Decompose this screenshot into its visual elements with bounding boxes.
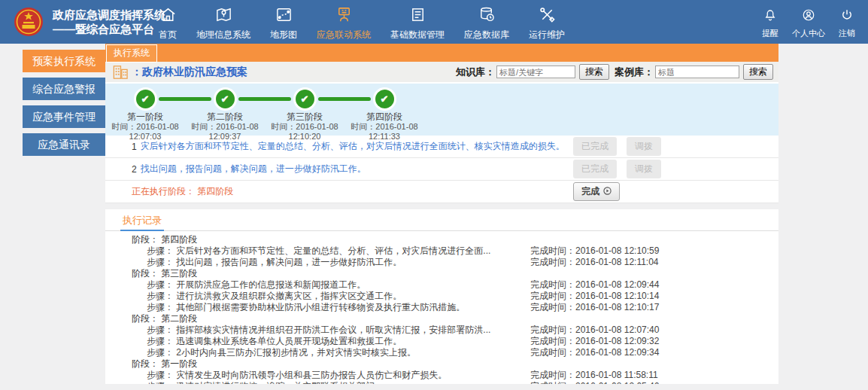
sidebar-item-plan-execution[interactable]: 预案执行系统 (23, 50, 105, 72)
record-step-row: 步骤： 2小时内向县三防办汇报初步情况，并对灾情实时核实上报。 完成时间：201… (105, 347, 778, 358)
nav-item-gis[interactable]: 地理信息系统 (187, 6, 260, 41)
time-value: 2016-01-08 12:07:40 (575, 324, 659, 335)
records-header: 执行记录 (105, 209, 778, 231)
plan-title: ：政府林业防汛应急预案 (132, 66, 247, 79)
step-prefix: 步骤： (147, 336, 176, 346)
action-label: 个人中心 (792, 28, 825, 39)
completion-time: 完成时间：2016-01-08 12:10:14 (530, 291, 659, 302)
national-emblem-logo (14, 7, 44, 37)
nav-item-label: 运行维护 (529, 29, 565, 41)
time-value: 2016-01-08 12:09:44 (575, 279, 659, 290)
stage-time: 时间：2016-01-0812:10:20 (271, 122, 338, 142)
stage-prefix: 阶段： (132, 234, 161, 245)
step-value: 开展防洪应急工作的信息报送和新闻报道工作。 (176, 279, 366, 290)
done-button: 已完成 (573, 160, 617, 178)
stage-clock: 12:10:20 (289, 132, 321, 141)
task-row: 2 找出问题，报告问题，解决问题，进一步做好防汛工作。 已完成 调拨 (105, 158, 778, 181)
tab-execution-system[interactable]: 执行系统 (106, 44, 157, 62)
bell-icon (763, 8, 777, 25)
step-text: 步骤： 灾后针对各方面和环节定性、定量的总结、分析、评估，对灾后情况进行全面..… (105, 245, 530, 257)
step-text: 步骤： 迅速调集林业系统各单位人员展开现场处置和救援工作。 (105, 336, 530, 347)
step-prefix: 步骤： (147, 302, 176, 312)
step-value: 2小时内向县三防办汇报初步情况，并对灾情实时核实上报。 (176, 347, 416, 358)
record-step-row: 步骤： 灾后针对各方面和环节定性、定量的总结、分析、评估，对灾后情况进行全面..… (105, 245, 778, 257)
stage-date: 时间：2016-01-08 (351, 122, 417, 131)
finish-button[interactable]: 完成 (573, 182, 620, 201)
reminder-button[interactable]: 提醒 (755, 8, 785, 39)
sidebar-item-emergency-alert[interactable]: 综合应急警报 (23, 78, 105, 100)
nav-item-label: 应急数据库 (464, 29, 509, 41)
task-link[interactable]: 灾后针对各方面和环节定性、定量的总结、分析、评估，对灾后情况进行全面统计、核实灾… (141, 140, 573, 153)
step-text: 步骤： 进行抗洪救灾及组织群众撤离灾区，指挥灾区交通工作。 (105, 291, 530, 302)
time-prefix: 完成时间： (530, 347, 575, 358)
record-stage-row: 阶段： 第一阶段 (105, 358, 778, 370)
nav-item-base-data[interactable]: 基础数据管理 (381, 6, 454, 41)
time-prefix: 完成时间： (530, 245, 575, 256)
time-value: 2016-01-08 12:05:46 (575, 381, 659, 384)
case-base-search-input[interactable] (655, 66, 739, 78)
top-header: 政府应急调度指挥系统 ——暨综合应急平台 首页 地理信息系统 地形图 应急联动系… (0, 0, 868, 44)
building-icon (112, 65, 129, 80)
time-prefix: 完成时间： (530, 336, 575, 346)
nav-item-label: 基础数据管理 (390, 29, 445, 41)
record-step-row: 步骤： 进行抗洪救灾及组织群众撤离灾区，指挥灾区交通工作。 完成时间：2016-… (105, 291, 778, 302)
knowledge-base-search-button[interactable]: 搜索 (579, 64, 609, 80)
stage-name: 第二阶段 (207, 112, 243, 122)
knowledge-base-search-input[interactable] (496, 66, 575, 78)
action-label: 提醒 (762, 28, 778, 39)
nav-item-maintenance[interactable]: 运行维护 (519, 6, 575, 41)
dispatch-button: 调拨 (627, 160, 661, 178)
completion-time: 完成时间：2016-01-08 12:09:44 (530, 279, 659, 291)
step-value: 其他部门根据需要协助林业防汛小组进行转移物资及执行重大防汛措施。 (176, 302, 465, 312)
nav-item-label: 地形图 (270, 29, 297, 41)
task-link[interactable]: 找出问题，报告问题，解决问题，进一步做好防汛工作。 (141, 163, 573, 175)
knowledge-base-label: 知识库： (456, 66, 495, 79)
step-value: 灾后针对各方面和环节定性、定量的总结、分析、评估，对灾后情况进行全面... (176, 245, 490, 256)
step-value: 灾情发生及时向防汛领导小组和县三防办报告人员伤亡和财产损失。 (176, 370, 447, 380)
main-content: 执行系统 ：政府林业防汛应急预案 知识库： 搜索 案例库： 搜索 ✔ 第一阶段 … (105, 44, 778, 384)
step-text: 步骤： 指挥部核实灾情情况并组织召开防洪工作会议，听取灾情汇报，安排部署防洪..… (105, 324, 530, 336)
stage-value: 第二阶段 (161, 313, 197, 324)
action-label: 注销 (839, 28, 855, 39)
execution-records-panel: 执行记录 阶段： 第四阶段 步骤： 灾后针对各方面和环节定性、定量的总结、分析、… (105, 209, 778, 384)
progress-step-1: ✔ 第一阶段 时间：2016-01-0812:07:03 (105, 87, 185, 142)
check-icon: ✔ (375, 90, 394, 108)
stage-value: 第一阶段 (161, 358, 197, 369)
completion-time: 完成时间：2016-01-08 12:05:46 (530, 381, 659, 384)
time-value: 2016-01-08 12:10:59 (575, 245, 659, 256)
time-value: 2016-01-08 12:10:17 (575, 302, 659, 312)
logout-button[interactable]: 注销 (832, 8, 862, 39)
nav-item-emergency-database[interactable]: 应急数据库 (454, 6, 519, 41)
current-stage-row: 正在执行阶段： 第四阶段 完成 (105, 181, 778, 203)
nav-item-emergency-linkage[interactable]: 应急联动系统 (307, 6, 381, 41)
completion-time: 完成时间：2016-01-08 12:10:59 (530, 245, 659, 257)
step-text: 步骤： 开展防洪应急工作的信息报送和新闻报道工作。 (105, 279, 530, 291)
step-prefix: 步骤： (147, 291, 176, 301)
sidebar-item-event-management[interactable]: 应急事件管理 (23, 105, 105, 128)
completion-time: 完成时间：2016-01-08 12:07:40 (530, 324, 659, 336)
step-prefix: 步骤： (147, 381, 176, 384)
database-icon (478, 6, 496, 26)
case-base-label: 案例库： (615, 66, 654, 79)
completion-time: 完成时间：2016-01-08 12:11:04 (530, 257, 659, 268)
time-prefix: 完成时间： (530, 279, 575, 290)
step-text: 步骤： 迅速对灾情进行监控、追踪，并立即联系相关部门。 (105, 381, 530, 384)
step-prefix: 步骤： (147, 279, 176, 290)
stage-date: 时间：2016-01-08 (191, 122, 258, 131)
stage-prefix: 阶段： (132, 358, 161, 369)
record-step-row: 步骤： 指挥部核实灾情情况并组织召开防洪工作会议，听取灾情汇报，安排部署防洪..… (105, 324, 778, 336)
stage-clock: 12:09:37 (209, 132, 241, 141)
record-step-row: 步骤： 迅速调集林业系统各单位人员展开现场处置和救援工作。 完成时间：2016-… (105, 336, 778, 347)
step-text: 步骤： 灾情发生及时向防汛领导小组和县三防办报告人员伤亡和财产损失。 (105, 370, 530, 381)
time-value: 2016-01-08 12:11:04 (575, 257, 659, 267)
step-prefix: 步骤： (147, 324, 176, 335)
nav-item-label: 首页 (159, 29, 177, 41)
case-base-search-button[interactable]: 搜索 (743, 64, 773, 80)
time-value: 2016-01-08 12:10:14 (575, 291, 659, 301)
nav-item-home[interactable]: 首页 (149, 6, 187, 41)
nav-item-terrain-map[interactable]: 地形图 (260, 6, 307, 41)
step-value: 指挥部核实灾情情况并组织召开防洪工作会议，听取灾情汇报，安排部署防洪... (176, 324, 490, 335)
personal-center-button[interactable]: 个人中心 (785, 8, 832, 39)
sidebar-item-contacts[interactable]: 应急通讯录 (23, 133, 105, 156)
record-stage-row: 阶段： 第三阶段 (105, 268, 778, 279)
